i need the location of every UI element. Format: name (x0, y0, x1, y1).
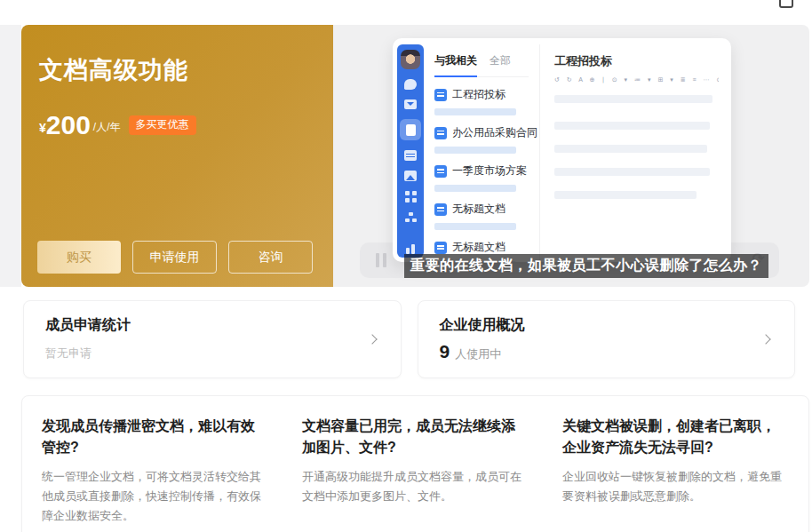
chat-icon (404, 79, 417, 90)
window-icon[interactable] (779, 0, 793, 8)
feature-body: 企业回收站一键恢复被删除的文档，避免重要资料被误删或恶意删除。 (562, 467, 789, 506)
placeholder-line (554, 191, 697, 199)
usage-suffix: 人使用中 (455, 346, 501, 362)
features-section: 发现成员传播泄密文档，难以有效管控? 统一管理企业文档，可将文档灵活转交给其他成… (21, 395, 809, 532)
doc-list-item: 一季度市场方案 (434, 163, 539, 192)
card-title: 成员申请统计 (45, 316, 379, 335)
mockup-sidebar (397, 44, 424, 258)
video-mockup: 与我相关 全部 工程招投标 办公用品采购合同 一季度市场方案 无标题文档 (393, 38, 731, 262)
mail-icon (404, 99, 417, 109)
editor-title: 工程招投标 (554, 53, 719, 69)
doc-file-icon (434, 127, 447, 139)
hero-section: 文档高级功能 ¥ 200 /人/年 多买更优惠 购买 申请使用 咨询 ⟳ (21, 25, 809, 287)
price-amount: 200 (46, 112, 91, 139)
price-currency: ¥ (39, 121, 46, 139)
avatar (401, 50, 420, 69)
chevron-right-icon (367, 334, 377, 344)
tab-related: 与我相关 (434, 53, 477, 68)
doc-title: 一季度市场方案 (452, 163, 527, 179)
doc-list-panel: 与我相关 全部 工程招投标 办公用品采购合同 一季度市场方案 无标题文档 (424, 44, 540, 262)
feature-column: 发现成员传播泄密文档，难以有效管控? 统一管理企业文档，可将文档灵活转交给其他成… (42, 416, 268, 532)
price: ¥ 200 /人/年 多买更优惠 (39, 112, 196, 139)
doc-title: 无标题文档 (452, 202, 506, 217)
placeholder-line (554, 145, 707, 153)
usage-count: 9 (440, 341, 450, 362)
feature-title: 关键文档被误删，创建者已离职，企业资产流失无法寻回? (562, 416, 789, 458)
price-unit: /人/年 (93, 120, 121, 139)
doc-tabs: 与我相关 全部 (434, 53, 529, 77)
doc-placeholder-bar (434, 223, 516, 230)
apply-button[interactable]: 申请使用 (132, 241, 217, 274)
doc-list-item: 无标题文档 (434, 202, 539, 230)
feature-column: 关键文档被误删，创建者已离职，企业资产流失无法寻回? 企业回收站一键恢复被删除的… (562, 416, 789, 532)
pause-icon[interactable] (376, 253, 379, 267)
doc-icon (406, 124, 416, 136)
placeholder-line (554, 95, 712, 103)
buy-button[interactable]: 购买 (37, 241, 121, 274)
apps-grid-icon (405, 191, 417, 202)
empty-text: 暂无申请 (45, 345, 379, 361)
placeholder-line (554, 122, 710, 130)
promo-title: 文档高级功能 (39, 54, 188, 86)
doc-placeholder-bar (434, 147, 516, 154)
doc-file-icon (434, 203, 447, 216)
doc-title: 办公用品采购合同 (452, 125, 537, 140)
doc-file-icon (434, 242, 447, 254)
feature-body: 开通高级功能提升成员文档容量，成员可在文档中添加更多图片、文件。 (302, 467, 529, 506)
doc-file-icon (434, 89, 447, 101)
docs-active-icon (400, 119, 421, 140)
member-stats-card[interactable]: 成员申请统计 暂无申请 (23, 300, 402, 378)
sheet-icon (404, 150, 417, 161)
promo-card: 文档高级功能 ¥ 200 /人/年 多买更优惠 购买 申请使用 咨询 (21, 25, 333, 287)
video-player[interactable]: ⟳ 与我相关 全部 工程招投标 (333, 25, 809, 287)
bar-chart-icon (404, 243, 417, 254)
doc-title: 工程招投标 (452, 87, 506, 102)
editor-placeholder-lines (554, 95, 719, 199)
editor-toolbar-icons: ↺ ↻ A ⊕ ∣ ⊙ ▾ ≔ ▾ ⊞ ▾ ≣ ≡ ⋯ ⊙ ▾ (554, 76, 719, 83)
org-chart-icon (405, 212, 417, 223)
stats-row: 成员申请统计 暂无申请 企业使用概况 9 人使用中 (23, 300, 795, 378)
image-icon (404, 171, 417, 181)
doc-placeholder-bar (434, 108, 516, 115)
doc-placeholder-bar (434, 185, 516, 192)
feature-column: 文档容量已用完，成员无法继续添加图片、文件? 开通高级功能提升成员文档容量，成员… (302, 416, 529, 532)
left-gutter (0, 25, 21, 287)
doc-title: 无标题文档 (452, 240, 506, 255)
placeholder-line (554, 168, 710, 176)
feature-title: 文档容量已用完，成员无法继续添加图片、文件? (302, 416, 529, 458)
video-caption: 重要的在线文档，如果被员工不小心误删除了怎么办？ (404, 254, 768, 278)
doc-list-item: 办公用品采购合同 (434, 125, 539, 154)
consult-button[interactable]: 咨询 (228, 241, 313, 274)
card-title: 企业使用概况 (440, 316, 774, 335)
editor-panel: 工程招投标 ↺ ↻ A ⊕ ∣ ⊙ ▾ ≔ ▾ ⊞ ▾ ≣ ≡ ⋯ ⊙ ▾ (540, 44, 731, 262)
doc-list-item: 工程招投标 (434, 87, 539, 115)
discount-badge: 多买更优惠 (129, 115, 196, 135)
tab-all: 全部 (490, 53, 511, 68)
doc-file-icon (434, 165, 447, 178)
promo-buttons: 购买 申请使用 咨询 (37, 241, 313, 274)
feature-body: 统一管理企业文档，可将文档灵活转交给其他成员或直接删除，快速控制传播，有效保障企… (42, 467, 268, 526)
usage-stats-card[interactable]: 企业使用概况 9 人使用中 (418, 300, 796, 378)
feature-title: 发现成员传播泄密文档，难以有效管控? (42, 416, 268, 458)
